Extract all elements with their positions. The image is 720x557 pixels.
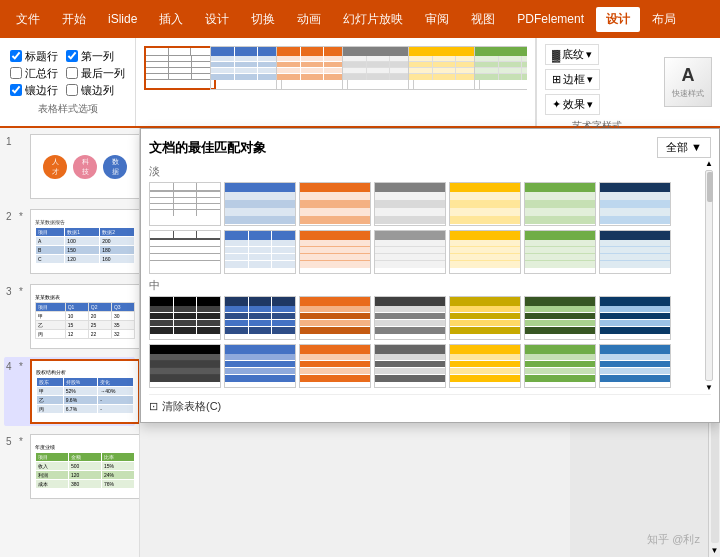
ribbon-tab-layout[interactable]: 布局	[642, 7, 686, 32]
dropdown-title: 文档的最佳匹配对象	[149, 139, 266, 157]
slide-thumb-4[interactable]: 股权结构分析 股东持股%变化 甲52%→40% 乙9.6%- 丙6.7%-	[30, 359, 140, 424]
quick-style-btn[interactable]: A 快速样式	[664, 57, 712, 107]
style-med2-gray[interactable]	[374, 344, 446, 388]
style-light-orange[interactable]	[299, 182, 371, 226]
style-med2-blue[interactable]	[224, 344, 296, 388]
scroll-thumb[interactable]	[707, 172, 713, 202]
style-light-gray[interactable]	[374, 182, 446, 226]
style-light2-green[interactable]	[524, 230, 596, 274]
circle-3: 数据	[103, 155, 127, 179]
style-grid-medium	[149, 296, 711, 340]
ribbon-tab-islide[interactable]: iSlide	[98, 8, 147, 30]
slide-item-1[interactable]: 1 人才 科技 数据	[4, 132, 135, 201]
dropdown-header: 文档的最佳匹配对象 全部 ▼	[149, 137, 711, 158]
slide-item-2[interactable]: 2 * 某某数据报告 项目数据1数据2 A100200 B150180 C120…	[4, 207, 135, 276]
style-med-dark[interactable]	[149, 296, 221, 340]
style-plain[interactable]	[144, 46, 216, 90]
a-icon: A	[682, 65, 695, 86]
style-orange-1[interactable]	[276, 46, 348, 90]
style-dropdown: 文档的最佳匹配对象 全部 ▼ ▲ ▼ 淡	[140, 128, 720, 423]
effect-icon: ✦	[552, 98, 561, 111]
style-light-green[interactable]	[524, 182, 596, 226]
style-light2-orange[interactable]	[299, 230, 371, 274]
ribbon-tab-home[interactable]: 开始	[52, 7, 96, 32]
slide-thumb-1[interactable]: 人才 科技 数据	[30, 134, 140, 199]
checkbox-first-col[interactable]: 第一列	[66, 49, 114, 64]
style-grid-medium-2	[149, 344, 711, 388]
section-light-label: 淡	[149, 164, 711, 179]
section-label-options: 表格样式选项	[10, 102, 125, 116]
style-med2-orange[interactable]	[299, 344, 371, 388]
ribbon-tab-review[interactable]: 审阅	[415, 7, 459, 32]
scroll-down-btn[interactable]: ▼	[705, 383, 713, 392]
checkbox-banded-row[interactable]: 镶边行	[10, 83, 58, 98]
slide-item-4[interactable]: 4 * 股权结构分析 股东持股%变化 甲52%→40% 乙9.6%- 丙6.7%…	[4, 357, 135, 426]
style-blue-1[interactable]	[210, 46, 282, 90]
circle-1: 人才	[43, 155, 67, 179]
filter-dropdown[interactable]: 全部 ▼	[657, 137, 711, 158]
ribbon-tab-view[interactable]: 视图	[461, 7, 505, 32]
style-green-1[interactable]	[474, 46, 527, 90]
checkbox-last-col[interactable]: 最后一列	[66, 66, 125, 81]
checkbox-banded-col[interactable]: 镶边列	[66, 83, 114, 98]
checkbox-total-row[interactable]: 汇总行	[10, 66, 58, 81]
border-btn[interactable]: ⊞ 边框 ▾	[545, 69, 600, 90]
style-light-plain[interactable]	[149, 182, 221, 226]
style-gray-1[interactable]	[342, 46, 414, 90]
toolbar: 标题行 第一列 汇总行 最后一列 镶边行 镶边列 表格样式选项	[0, 38, 720, 128]
style-med2-yellow[interactable]	[449, 344, 521, 388]
style-light2-blue[interactable]	[224, 230, 296, 274]
chevron-down-icon2: ▾	[587, 73, 593, 86]
checkbox-header-row[interactable]: 标题行	[10, 49, 58, 64]
clear-icon: ⊡	[149, 400, 158, 413]
style-med2-dark[interactable]	[149, 344, 221, 388]
style-light-teal[interactable]	[599, 182, 671, 226]
scroll-up-btn[interactable]: ▲	[705, 159, 713, 168]
ribbon: 文件 开始 iSlide 插入 设计 切换 动画 幻灯片放映 审阅 视图 PDF…	[0, 0, 720, 38]
ribbon-tab-design2[interactable]: 设计	[596, 7, 640, 32]
scroll-down-arrow[interactable]: ▼	[709, 544, 720, 557]
chevron-down-icon3: ▾	[587, 98, 593, 111]
dropdown-scrollbar[interactable]: ▲ ▼	[703, 159, 715, 392]
effect-btn[interactable]: ✦ 效果 ▾	[545, 94, 600, 115]
style-light2-plain[interactable]	[149, 230, 221, 274]
circle-2: 科技	[73, 155, 97, 179]
border-icon: ⊞	[552, 73, 561, 86]
slide-thumb-3[interactable]: 某某数据表 项目Q1Q2Q3 甲102030 乙152535 丙122232	[30, 284, 140, 349]
chevron-down-icon: ▾	[586, 48, 592, 61]
style-med-yellow[interactable]	[449, 296, 521, 340]
style-med-gray[interactable]	[374, 296, 446, 340]
shading-icon: ▓	[552, 49, 560, 61]
style-light2-yellow[interactable]	[449, 230, 521, 274]
style-light-yellow[interactable]	[449, 182, 521, 226]
ribbon-tab-design[interactable]: 设计	[195, 7, 239, 32]
slide-panel: 1 人才 科技 数据 2 * 某某数据报告 项目数据1数据2 A100200	[0, 128, 140, 557]
style-yellow-1[interactable]	[408, 46, 480, 90]
slide-thumb-5[interactable]: 年度业绩 项目金额比率 收入50015% 利润12024% 成本38076%	[30, 434, 140, 499]
style-med2-teal[interactable]	[599, 344, 671, 388]
table-style-options: 标题行 第一列 汇总行 最后一列 镶边行 镶边列	[10, 49, 125, 98]
style-light2-gray[interactable]	[374, 230, 446, 274]
border-shading-btn[interactable]: ▓ 底纹 ▾	[545, 44, 599, 65]
slide-thumb-2[interactable]: 某某数据报告 项目数据1数据2 A100200 B150180 C120160	[30, 209, 140, 274]
ribbon-tab-transition[interactable]: 切换	[241, 7, 285, 32]
ribbon-tab-animation[interactable]: 动画	[287, 7, 331, 32]
slide-item-3[interactable]: 3 * 某某数据表 项目Q1Q2Q3 甲102030 乙152535 丙1222…	[4, 282, 135, 351]
ribbon-tab-insert[interactable]: 插入	[149, 7, 193, 32]
ribbon-tab-file[interactable]: 文件	[6, 7, 50, 32]
style-light2-teal[interactable]	[599, 230, 671, 274]
style-med-teal[interactable]	[599, 296, 671, 340]
clear-table-btn[interactable]: ⊡ 清除表格(C)	[149, 394, 711, 414]
style-med-green[interactable]	[524, 296, 596, 340]
style-light-blue[interactable]	[224, 182, 296, 226]
watermark: 知乎 @利z	[647, 532, 700, 547]
style-med-blue[interactable]	[224, 296, 296, 340]
ribbon-tab-pdf[interactable]: PDFelement	[507, 8, 594, 30]
style-med-orange[interactable]	[299, 296, 371, 340]
section-medium-label: 中	[149, 278, 711, 293]
style-grid-light-2	[149, 230, 711, 274]
style-med2-green[interactable]	[524, 344, 596, 388]
ribbon-tab-slideshow[interactable]: 幻灯片放映	[333, 7, 413, 32]
slide-item-5[interactable]: 5 * 年度业绩 项目金额比率 收入50015% 利润12024% 成本3807…	[4, 432, 135, 501]
style-grid-light	[149, 182, 711, 226]
